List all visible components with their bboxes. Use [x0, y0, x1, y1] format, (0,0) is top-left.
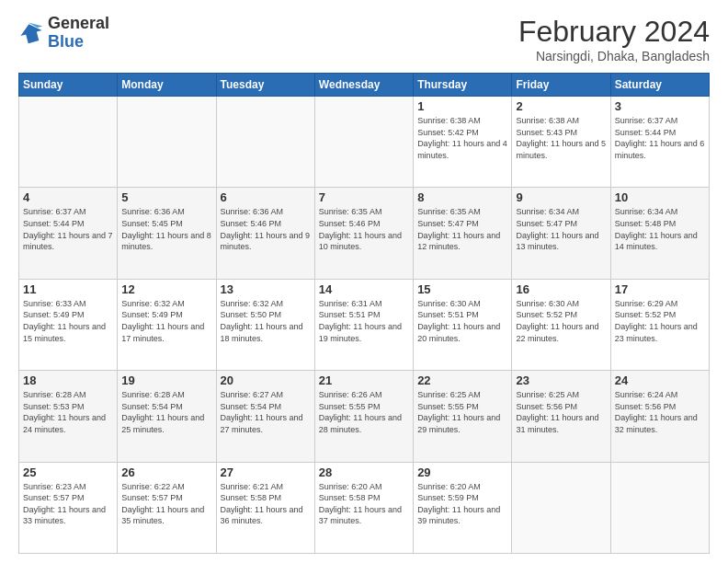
day-info: Sunrise: 6:30 AM Sunset: 5:52 PM Dayligh… — [516, 298, 606, 344]
calendar-cell: 24Sunrise: 6:24 AM Sunset: 5:56 PM Dayli… — [610, 371, 709, 462]
calendar-cell: 14Sunrise: 6:31 AM Sunset: 5:51 PM Dayli… — [314, 279, 413, 370]
calendar-cell: 15Sunrise: 6:30 AM Sunset: 5:51 PM Dayli… — [414, 279, 512, 370]
day-info: Sunrise: 6:36 AM Sunset: 5:46 PM Dayligh… — [221, 206, 311, 252]
day-info: Sunrise: 6:22 AM Sunset: 5:57 PM Dayligh… — [121, 481, 211, 527]
day-number: 6 — [221, 190, 311, 204]
day-number: 8 — [417, 190, 507, 204]
calendar-cell: 20Sunrise: 6:27 AM Sunset: 5:54 PM Dayli… — [216, 371, 314, 462]
day-info: Sunrise: 6:32 AM Sunset: 5:50 PM Dayligh… — [221, 298, 311, 344]
day-info: Sunrise: 6:38 AM Sunset: 5:42 PM Dayligh… — [417, 115, 507, 161]
day-info: Sunrise: 6:29 AM Sunset: 5:52 PM Dayligh… — [615, 298, 705, 344]
week-row-5: 25Sunrise: 6:23 AM Sunset: 5:57 PM Dayli… — [19, 462, 710, 553]
day-info: Sunrise: 6:25 AM Sunset: 5:56 PM Dayligh… — [516, 389, 606, 435]
calendar-cell: 5Sunrise: 6:36 AM Sunset: 5:45 PM Daylig… — [118, 188, 216, 279]
calendar-cell: 28Sunrise: 6:20 AM Sunset: 5:58 PM Dayli… — [314, 462, 413, 553]
calendar-cell: 16Sunrise: 6:30 AM Sunset: 5:52 PM Dayli… — [512, 279, 610, 370]
day-info: Sunrise: 6:25 AM Sunset: 5:55 PM Dayligh… — [417, 389, 507, 435]
svg-marker-0 — [18, 21, 44, 45]
day-number: 18 — [23, 373, 113, 387]
col-header-tuesday: Tuesday — [216, 74, 314, 97]
main-title: February 2024 — [518, 15, 710, 49]
calendar-cell: 12Sunrise: 6:32 AM Sunset: 5:49 PM Dayli… — [118, 279, 216, 370]
day-number: 22 — [417, 373, 507, 387]
logo-bird-icon — [18, 20, 44, 46]
calendar-cell: 3Sunrise: 6:37 AM Sunset: 5:44 PM Daylig… — [610, 97, 709, 188]
calendar-header-row: SundayMondayTuesdayWednesdayThursdayFrid… — [19, 74, 710, 97]
calendar-cell: 8Sunrise: 6:35 AM Sunset: 5:47 PM Daylig… — [414, 188, 512, 279]
subtitle: Narsingdi, Dhaka, Bangladesh — [518, 49, 710, 63]
week-row-4: 18Sunrise: 6:28 AM Sunset: 5:53 PM Dayli… — [19, 371, 710, 462]
calendar-cell: 4Sunrise: 6:37 AM Sunset: 5:44 PM Daylig… — [19, 188, 118, 279]
day-info: Sunrise: 6:23 AM Sunset: 5:57 PM Dayligh… — [23, 481, 113, 527]
col-header-saturday: Saturday — [610, 74, 709, 97]
day-number: 3 — [615, 99, 705, 113]
day-info: Sunrise: 6:35 AM Sunset: 5:46 PM Dayligh… — [319, 206, 409, 252]
day-info: Sunrise: 6:34 AM Sunset: 5:47 PM Dayligh… — [516, 206, 606, 252]
logo-text: General Blue — [48, 15, 109, 52]
day-number: 23 — [516, 373, 606, 387]
page: General Blue February 2024 Narsingdi, Dh… — [0, 0, 728, 563]
day-number: 16 — [516, 282, 606, 296]
day-info: Sunrise: 6:28 AM Sunset: 5:54 PM Dayligh… — [121, 389, 211, 435]
day-number: 1 — [417, 99, 507, 113]
day-number: 14 — [319, 282, 409, 296]
day-info: Sunrise: 6:35 AM Sunset: 5:47 PM Dayligh… — [417, 206, 507, 252]
day-number: 10 — [615, 190, 705, 204]
calendar-cell: 18Sunrise: 6:28 AM Sunset: 5:53 PM Dayli… — [19, 371, 118, 462]
calendar-cell: 27Sunrise: 6:21 AM Sunset: 5:58 PM Dayli… — [216, 462, 314, 553]
calendar-cell — [512, 462, 610, 553]
header: General Blue February 2024 Narsingdi, Dh… — [18, 15, 710, 63]
col-header-monday: Monday — [118, 74, 216, 97]
calendar-cell: 22Sunrise: 6:25 AM Sunset: 5:55 PM Dayli… — [414, 371, 512, 462]
day-info: Sunrise: 6:36 AM Sunset: 5:45 PM Dayligh… — [121, 206, 211, 252]
day-number: 7 — [319, 190, 409, 204]
day-number: 5 — [121, 190, 211, 204]
day-number: 4 — [23, 190, 113, 204]
day-info: Sunrise: 6:37 AM Sunset: 5:44 PM Dayligh… — [23, 206, 113, 252]
calendar-cell: 19Sunrise: 6:28 AM Sunset: 5:54 PM Dayli… — [118, 371, 216, 462]
day-info: Sunrise: 6:30 AM Sunset: 5:51 PM Dayligh… — [417, 298, 507, 344]
day-number: 13 — [221, 282, 311, 296]
calendar-table: SundayMondayTuesdayWednesdayThursdayFrid… — [18, 73, 710, 554]
calendar-cell: 17Sunrise: 6:29 AM Sunset: 5:52 PM Dayli… — [610, 279, 709, 370]
day-info: Sunrise: 6:20 AM Sunset: 5:58 PM Dayligh… — [319, 481, 409, 527]
week-row-3: 11Sunrise: 6:33 AM Sunset: 5:49 PM Dayli… — [19, 279, 710, 370]
day-info: Sunrise: 6:33 AM Sunset: 5:49 PM Dayligh… — [23, 298, 113, 344]
calendar-cell: 9Sunrise: 6:34 AM Sunset: 5:47 PM Daylig… — [512, 188, 610, 279]
day-info: Sunrise: 6:28 AM Sunset: 5:53 PM Dayligh… — [23, 389, 113, 435]
day-info: Sunrise: 6:31 AM Sunset: 5:51 PM Dayligh… — [319, 298, 409, 344]
day-info: Sunrise: 6:20 AM Sunset: 5:59 PM Dayligh… — [417, 481, 507, 527]
col-header-thursday: Thursday — [414, 74, 512, 97]
col-header-wednesday: Wednesday — [314, 74, 413, 97]
calendar-cell: 23Sunrise: 6:25 AM Sunset: 5:56 PM Dayli… — [512, 371, 610, 462]
day-info: Sunrise: 6:27 AM Sunset: 5:54 PM Dayligh… — [221, 389, 311, 435]
calendar-cell — [610, 462, 709, 553]
title-block: February 2024 Narsingdi, Dhaka, Banglade… — [518, 15, 710, 63]
calendar-cell: 2Sunrise: 6:38 AM Sunset: 5:43 PM Daylig… — [512, 97, 610, 188]
day-number: 26 — [121, 465, 211, 479]
calendar-cell — [118, 97, 216, 188]
day-number: 24 — [615, 373, 705, 387]
day-number: 17 — [615, 282, 705, 296]
col-header-sunday: Sunday — [19, 74, 118, 97]
calendar-cell — [19, 97, 118, 188]
calendar-cell: 29Sunrise: 6:20 AM Sunset: 5:59 PM Dayli… — [414, 462, 512, 553]
day-number: 11 — [23, 282, 113, 296]
calendar-cell: 7Sunrise: 6:35 AM Sunset: 5:46 PM Daylig… — [314, 188, 413, 279]
week-row-1: 1Sunrise: 6:38 AM Sunset: 5:42 PM Daylig… — [19, 97, 710, 188]
day-number: 27 — [221, 465, 311, 479]
logo-blue: Blue — [48, 33, 109, 52]
logo: General Blue — [18, 15, 109, 52]
calendar-cell: 6Sunrise: 6:36 AM Sunset: 5:46 PM Daylig… — [216, 188, 314, 279]
day-number: 12 — [121, 282, 211, 296]
day-number: 25 — [23, 465, 113, 479]
logo-general: General — [48, 15, 109, 33]
day-number: 21 — [319, 373, 409, 387]
calendar-cell: 21Sunrise: 6:26 AM Sunset: 5:55 PM Dayli… — [314, 371, 413, 462]
day-number: 28 — [319, 465, 409, 479]
day-number: 29 — [417, 465, 507, 479]
day-info: Sunrise: 6:24 AM Sunset: 5:56 PM Dayligh… — [615, 389, 705, 435]
day-info: Sunrise: 6:21 AM Sunset: 5:58 PM Dayligh… — [221, 481, 311, 527]
week-row-2: 4Sunrise: 6:37 AM Sunset: 5:44 PM Daylig… — [19, 188, 710, 279]
day-number: 2 — [516, 99, 606, 113]
